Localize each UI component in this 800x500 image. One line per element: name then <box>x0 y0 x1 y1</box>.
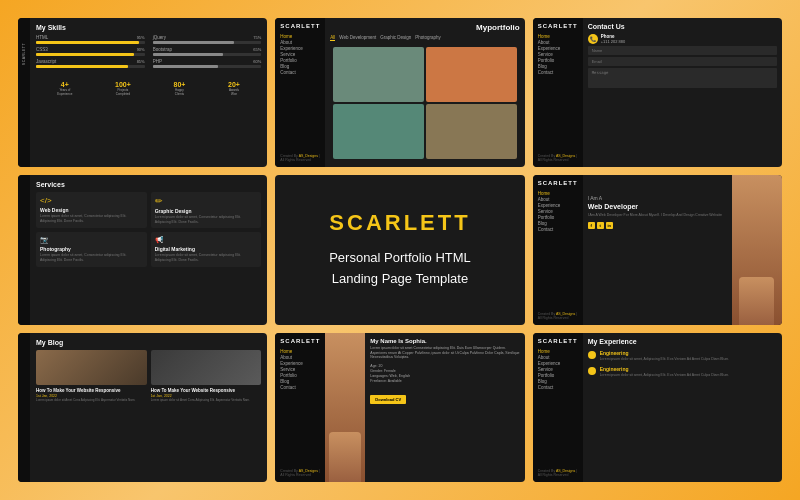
portfolio-title: Myportfolio <box>476 23 520 32</box>
blog-post-1: How To Make Your Website Responsive 1st … <box>36 350 147 403</box>
about-gender: Gender: Female <box>370 369 519 373</box>
contact-nav-exp[interactable]: Experience <box>538 46 578 51</box>
blog-posts: How To Make Your Website Responsive 1st … <box>36 350 261 403</box>
portfolio-nav-items: Home About Experience Service Portfolio … <box>280 34 320 75</box>
services-grid: </> Web Design Lorem ipsum dolor sit ame… <box>36 192 261 266</box>
home-nav-about[interactable]: About <box>538 197 578 202</box>
exp-content: My Experience Engineering Lorem ipsum do… <box>583 333 782 482</box>
home-nav-service[interactable]: Service <box>538 209 578 214</box>
about-freelance: Freelance: Available <box>370 379 519 383</box>
exp-nav-service[interactable]: Service <box>538 367 578 372</box>
skill-js-pct: 85% <box>137 59 145 64</box>
exp-dot-2 <box>588 367 596 375</box>
stat-clients: 80+ HappyClients <box>174 81 186 96</box>
contact-nav-portfolio[interactable]: Portfolio <box>538 58 578 63</box>
contact-email-input[interactable] <box>588 57 777 66</box>
service-photo-desc: Lorem ipsum dolor sit amet, Consectetur … <box>40 253 143 262</box>
center-subtitle-line1: Personal Portfolio HTML <box>329 248 471 269</box>
home-nav-blog[interactable]: Blog <box>538 221 578 226</box>
service-marketing-title: Digital Marketing <box>155 246 258 252</box>
webdesign-icon: </> <box>40 196 143 205</box>
nav-portfolio[interactable]: Portfolio <box>280 58 320 63</box>
about-nav-service[interactable]: Service <box>280 367 320 372</box>
portfolio-grid <box>330 44 519 162</box>
stat-awards: 20+ AwardsWon <box>228 81 240 96</box>
exp-nav-home[interactable]: Home <box>538 349 578 354</box>
about-nav-contact[interactable]: Contact <box>280 385 320 390</box>
services-title: Services <box>36 181 261 188</box>
home-nav-exp[interactable]: Experience <box>538 203 578 208</box>
about-rights: All Rights Reserved <box>280 473 320 477</box>
exp-nav-contact[interactable]: Contact <box>538 385 578 390</box>
facebook-icon[interactable]: f <box>588 222 595 229</box>
portfolio-content: Myportfolio All Web Development Graphic … <box>325 18 524 167</box>
contact-nav-blog[interactable]: Blog <box>538 64 578 69</box>
nav-about[interactable]: About <box>280 40 320 45</box>
exp-nav-blog[interactable]: Blog <box>538 379 578 384</box>
twitter-icon[interactable]: t <box>597 222 604 229</box>
skills-title: My Skills <box>36 24 261 31</box>
nav-contact[interactable]: Contact <box>280 70 320 75</box>
home-content: I Am A Web Developer I Am A Web Develope… <box>583 175 732 324</box>
exp-rights: All Rights Reserved <box>538 473 578 477</box>
contact-nav-home[interactable]: Home <box>538 34 578 39</box>
portfolio-image-3 <box>333 104 424 159</box>
about-nav-exp[interactable]: Experience <box>280 361 320 366</box>
service-webdesign: </> Web Design Lorem ipsum dolor sit ame… <box>36 192 147 228</box>
skill-html-pct: 95% <box>137 35 145 40</box>
home-nav-home[interactable]: Home <box>538 191 578 196</box>
home-photo <box>732 175 782 324</box>
contact-nav-contact[interactable]: Contact <box>538 70 578 75</box>
tab-graphic[interactable]: Graphic Design <box>380 35 411 41</box>
blog-img-2 <box>151 350 262 385</box>
contact-phone-row: 📞 Phone +111 202 880 <box>588 34 777 44</box>
about-nav-about[interactable]: About <box>280 355 320 360</box>
nav-experience[interactable]: Experience <box>280 46 320 51</box>
exp-nav-portfolio[interactable]: Portfolio <box>538 373 578 378</box>
skill-bootstrap-label: Bootstrap <box>153 47 172 52</box>
phone-icon: 📞 <box>588 34 598 44</box>
tab-web[interactable]: Web Development <box>339 35 376 41</box>
tab-all[interactable]: All <box>330 35 335 41</box>
about-nav-portfolio[interactable]: Portfolio <box>280 373 320 378</box>
home-nav-portfolio[interactable]: Portfolio <box>538 215 578 220</box>
nav-blog[interactable]: Blog <box>280 64 320 69</box>
contact-right: Contact Us 📞 Phone +111 202 880 <box>583 18 782 167</box>
blog-img-1 <box>36 350 147 385</box>
home-iam: I Am A <box>588 195 727 201</box>
about-nav-home[interactable]: Home <box>280 349 320 354</box>
contact-nav: SCARLETT Home About Experience Service P… <box>533 18 583 167</box>
about-brand: SCARLETT <box>280 338 320 344</box>
portfolio-rights: All Rights Reserved <box>280 158 320 162</box>
contact-phone-number: +111 202 880 <box>601 39 626 44</box>
about-name: My Name Is Sophia. <box>370 338 519 344</box>
tab-photo[interactable]: Photography <box>415 35 441 41</box>
social-icons: f t in <box>588 222 727 229</box>
home-nav-contact[interactable]: Contact <box>538 227 578 232</box>
about-nav-blog[interactable]: Blog <box>280 379 320 384</box>
contact-message-input[interactable] <box>588 68 777 88</box>
nav-service[interactable]: Service <box>280 52 320 57</box>
linkedin-icon[interactable]: in <box>606 222 613 229</box>
nav-home[interactable]: Home <box>280 34 320 39</box>
skill-css-pct: 90% <box>137 47 145 52</box>
contact-name-input[interactable] <box>588 46 777 55</box>
service-graphic-title: Graphic Design <box>155 208 258 214</box>
exp-dot-1 <box>588 351 596 359</box>
skill-jquery-label: jQuery <box>153 35 166 40</box>
service-webdesign-title: Web Design <box>40 207 143 213</box>
stat-experience: 4+ Years ofExperience <box>57 81 72 96</box>
contact-nav-service[interactable]: Service <box>538 52 578 57</box>
about-nav: SCARLETT Home About Experience Service P… <box>275 333 325 482</box>
contact-nav-about[interactable]: About <box>538 40 578 45</box>
download-cv-button[interactable]: Download CV <box>370 395 406 404</box>
exp-nav-exp[interactable]: Experience <box>538 361 578 366</box>
skills-card: SCARLETT My Skills HTML95% CSS390% <box>18 18 267 167</box>
services-card: Services </> Web Design Lorem ipsum dolo… <box>18 175 267 324</box>
stats-row: 4+ Years ofExperience 100+ ProjectsCompl… <box>36 81 261 96</box>
contact-title: Contact Us <box>588 23 777 30</box>
skill-php-label: PHP <box>153 59 162 64</box>
exp-nav-about[interactable]: About <box>538 355 578 360</box>
portfolio-brand: SCARLETT <box>280 23 320 29</box>
portfolio-image-2 <box>426 47 517 102</box>
